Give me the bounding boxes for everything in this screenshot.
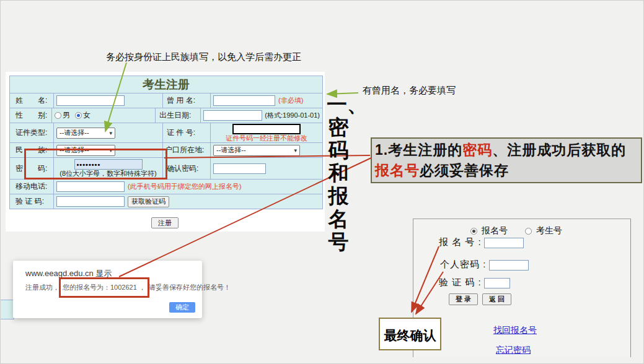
callout-keyword-password: 密码 — [462, 142, 492, 158]
confirm-password-input[interactable] — [213, 163, 266, 174]
former-name-label: 曾 用 名: — [163, 93, 211, 108]
login-captcha-input[interactable] — [484, 278, 510, 288]
dialog-body: 注册成功，您的报名号为：1002621 ，请妥善保存好您的报名号！ — [25, 281, 231, 294]
id-type-select[interactable]: --请选择-- ▾ — [56, 128, 115, 139]
id-type-label: 证件类型: — [10, 123, 54, 142]
login-password-input[interactable] — [489, 260, 529, 271]
login-regnumber-row: 报 名 号 : — [439, 236, 524, 248]
login-password-label: 个人密码 : — [440, 259, 486, 269]
birthdate-label: 出生日期: — [156, 108, 201, 123]
login-panel: 报名号 考生号 报 名 号 : 个人密码 : 验 证 码 : 登 录 返 回 — [413, 219, 631, 357]
female-radio[interactable] — [75, 112, 82, 119]
male-radio[interactable] — [55, 112, 61, 119]
row-name: 姓 名: 曾 用 名: (非必填) — [10, 93, 322, 108]
background-page-fragment — [1, 300, 14, 319]
form-title: 考生注册 — [10, 76, 322, 93]
login-password-row: 个人密码 : — [440, 259, 529, 271]
birthdate-format-note: (格式:1990-01-01) — [265, 111, 320, 120]
residence-select[interactable]: --请选择-- ▾ — [213, 145, 300, 156]
captcha-label: 验 证 码: — [10, 194, 54, 209]
row-captcha: 验 证 码: 获取验证码 — [10, 194, 322, 209]
get-captcha-button[interactable]: 获取验证码 — [128, 196, 169, 207]
id-number-label: 证 件 号: — [163, 123, 211, 142]
login-regnumber-label: 报 名 号 : — [439, 236, 482, 247]
name-input[interactable] — [56, 95, 125, 106]
login-captcha-row: 验 证 码 : — [439, 277, 510, 288]
former-name-annotation: 有曾用名，务必要填写 — [363, 85, 456, 97]
chevron-down-icon: ▾ — [294, 147, 297, 154]
mobile-note: (此手机号码用于绑定您的网上报名号) — [128, 182, 241, 191]
former-name-note: (非必填) — [278, 96, 303, 105]
mobile-input[interactable] — [56, 181, 125, 192]
id-number-input[interactable] — [232, 124, 301, 134]
login-type-radio-row: 报名号 考生号 — [470, 225, 562, 236]
captcha-input[interactable] — [56, 196, 125, 207]
section-vertical-title: 一、密码和报名号 — [327, 93, 350, 253]
row-id: 证件类型: --请选择-- ▾ 证 件 号: 证件号码一经注册不能修改 — [10, 123, 322, 142]
row-gender: 性 别: 男 女 出生日期: (格式:1990-01-01) — [10, 108, 322, 123]
chevron-down-icon: ▾ — [109, 130, 112, 136]
register-button[interactable]: 注册 — [151, 217, 179, 228]
forgot-password-link[interactable]: 忘记密码 — [496, 345, 531, 356]
callout-keyword-regnumber: 报名号 — [375, 162, 420, 178]
regnumber-radio-label: 报名号 — [482, 225, 508, 235]
ethnicity-annotation: 务必按身份证上民族填写，以免入学后需办更正 — [106, 51, 301, 63]
dialog-ok-button[interactable]: 确定 — [169, 302, 195, 313]
registration-form-table: 考生注册 姓 名: 曾 用 名: (非必填) 性 别: 男 女 出生日期: (格… — [9, 76, 323, 209]
female-radio-label: 女 — [83, 110, 90, 121]
name-label: 姓 名: — [10, 93, 54, 108]
candidate-number-radio[interactable] — [525, 228, 532, 235]
login-regnumber-input[interactable] — [484, 238, 524, 248]
gender-label: 性 别: — [10, 108, 52, 123]
candidate-number-radio-label: 考生号 — [536, 225, 562, 235]
final-confirm-box: 最终确认 — [379, 318, 441, 350]
mobile-label: 移动电话: — [10, 180, 54, 194]
password-highlight-box — [24, 149, 167, 180]
regnumber-radio[interactable] — [470, 228, 477, 235]
tutorial-slide: 务必按身份证上民族填写，以免入学后需办更正 考生注册 姓 名: 曾 用 名: (… — [0, 0, 644, 364]
residence-label: 户口所在地: — [163, 143, 211, 157]
password-callout-box: 1.考生注册的密码、注册成功后获取的报名号必须妥善保存 — [371, 137, 642, 183]
regnumber-highlight-box: 您的报名号为：1002621 ， — [59, 277, 149, 298]
confirm-password-label: 确认密码: — [163, 158, 211, 179]
browser-alert-dialog: www.eeagd.edu.cn 显示 注册成功，您的报名号为：1002621 … — [13, 261, 202, 318]
recover-regnumber-link[interactable]: 找回报名号 — [493, 325, 537, 336]
login-button[interactable]: 登 录 — [449, 293, 478, 305]
id-number-hint: 证件号码一经注册不能修改 — [226, 134, 307, 142]
login-captcha-label: 验 证 码 : — [439, 277, 482, 287]
back-button[interactable]: 返 回 — [482, 293, 511, 305]
male-radio-label: 男 — [63, 110, 70, 121]
row-mobile: 移动电话: (此手机号码用于绑定您的网上报名号) — [10, 179, 322, 194]
birthdate-input[interactable] — [203, 110, 262, 121]
former-name-input[interactable] — [213, 95, 275, 106]
